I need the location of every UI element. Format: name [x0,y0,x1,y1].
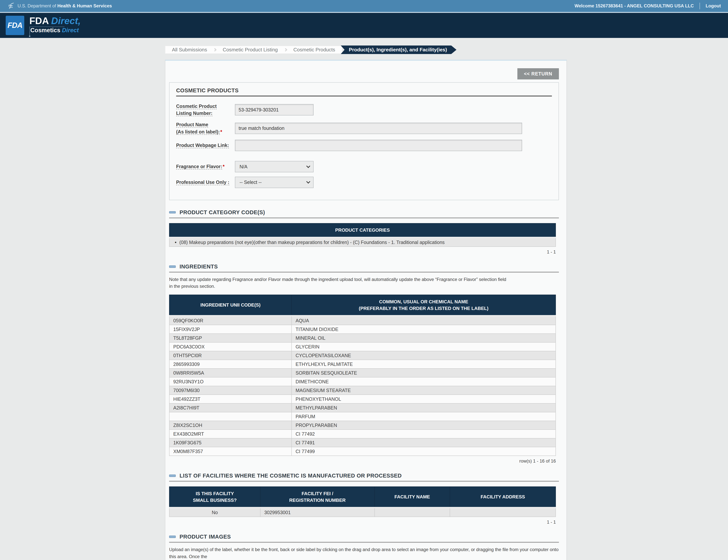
fragrance-select-value: N/A [240,164,248,169]
product-images-note: Upload an image(s) of the label, whether… [169,546,559,560]
brand-connector-line [29,27,64,27]
facility-address-header: FACILITY ADDRESS [450,487,556,508]
unii-code-cell: 0W8RRI5W5A [169,369,292,377]
chemical-name-cell: AQUA [292,316,556,325]
return-button[interactable]: << RETURN [517,68,559,79]
topbar-divider [700,3,700,9]
small-business-cell: No [169,508,260,517]
unii-code-cell: EX438O2MRT [169,430,292,438]
webpage-link-input[interactable] [235,140,522,151]
brand-connector-line [29,27,30,36]
small-business-header: IS THIS FACILITY SMALL BUSINESS? [169,487,260,508]
chemical-name-cell: CYCLOPENTASILOXANE [292,351,556,360]
section-ingredients: INGREDIENTS [169,264,559,273]
chevron-down-icon [306,164,310,168]
product-name-label: Product Name (As listed on label):* [176,121,235,135]
chemical-name-cell: CI 77491 [292,438,556,447]
unii-code-cell: 059QF0KO0R [169,316,292,325]
unii-code-cell: 0THT5PCI0R [169,351,292,360]
app-title: FDA Direct, Cosmetics Direct [29,16,81,35]
ingredient-row: 0W8RRI5W5ASORBITAN SESQUIOLEATE [169,369,556,377]
hhs-eagle-icon [7,2,15,10]
section-facilities: LIST OF FACILITIES WHERE THE COSMETIC IS… [169,473,559,482]
fda-logo: FDA [6,16,24,35]
chevron-down-icon [306,180,310,184]
unii-code-cell: Z8IX2SC1OH [169,421,292,430]
breadcrumb-item[interactable]: Cosmetic Products [288,46,341,53]
fda-direct-title: FDA Direct, [29,16,81,26]
category-row: • (08) Makeup preparations (not eye)(oth… [169,238,556,247]
ingredient-row: A2I8C7HI9TMETHYLPARABEN [169,403,556,412]
ingredient-row: 92RU3N3Y1ODIMETHICONE [169,377,556,386]
cosmetic-products-fieldset: COSMETIC PRODUCTS Cosmetic Product Listi… [169,82,559,200]
chemical-name-cell: TITANIUM DIOXIDE [292,325,556,334]
category-text: (08) Makeup preparations (not eye)(other… [179,240,445,245]
logout-link[interactable]: Logout [706,3,721,9]
ingredient-row: HIE492ZZ3TPHENOXYETHANOL [169,395,556,403]
ingredients-tbody: 059QF0KO0RAQUA15FIX9V2JPTITANIUM DIOXIDE… [169,316,556,456]
collapse-icon[interactable] [169,475,176,477]
listing-number-input[interactable] [235,104,314,115]
chemical-name-cell: SORBITAN SESQUIOLEATE [292,369,556,377]
collapse-icon[interactable] [169,211,176,214]
ingredient-row: 70097M6I30MAGNESIUM STEARATE [169,386,556,395]
chemical-name-cell: CI 77499 [292,447,556,456]
unii-code-cell: PDC6A3C0OX [169,342,292,351]
fragrance-select[interactable]: N/A [235,161,314,172]
section-title-text: INGREDIENTS [180,264,218,270]
unii-code-cell: XM0M87F357 [169,447,292,456]
breadcrumb-current: Product(s), Ingredient(s), and Facility(… [341,45,456,54]
ingredient-row: Z8IX2SC1OHPROPYLPARABEN [169,421,556,430]
welcome-text: Welcome 15267383641 - ANGEL CONSULTING U… [574,3,694,9]
product-name-input[interactable] [235,123,522,134]
professional-use-select[interactable]: -- Select -- [235,177,314,188]
unii-code-cell: 1K09F3G675 [169,438,292,447]
collapse-icon[interactable] [169,536,176,538]
cosmetics-direct-subtitle: Cosmetics Direct [29,27,81,34]
unii-code-cell [169,412,292,421]
categories-pagination: 1 - 1 [169,249,556,255]
breadcrumb-separator-icon [284,48,287,52]
hhs-department: U.S. Department of Health & Human Servic… [7,2,112,10]
unii-code-cell: 92RU3N3Y1O [169,377,292,386]
chemical-name-cell: MAGNESIUM STEARATE [292,386,556,395]
ingredient-row: T5L8T28FGPMINERAL OIL [169,334,556,342]
professional-select-value: -- Select -- [240,180,262,185]
ingredient-row: 1K09F3G675CI 77491 [169,438,556,447]
facilities-table: IS THIS FACILITY SMALL BUSINESS? FACILIT… [169,486,556,517]
section-product-categories: PRODUCT CATEGORY CODE(S) [169,209,559,218]
facility-name-cell [375,508,450,517]
breadcrumb-items: All SubmissionsCosmetic Product ListingC… [165,46,342,54]
ingredients-note: Note that any update regarding Fragrance… [169,276,559,290]
chemical-name-column-header: COMMON, USUAL OR CHEMICAL NAME (PREFERAB… [292,295,556,316]
section-product-images: PRODUCT IMAGES [169,534,559,543]
product-categories-table: PRODUCT CATEGORIES • (08) Makeup prepara… [169,223,556,247]
ingredient-row: PDC6A3C0OXGLYCERIN [169,342,556,351]
required-asterisk: * [220,129,222,134]
unii-code-cell: T5L8T28FGP [169,334,292,342]
chemical-name-cell: DIMETHICONE [292,377,556,386]
page: U.S. Department of Health & Human Servic… [0,0,728,560]
government-topbar: U.S. Department of Health & Human Servic… [0,0,728,13]
breadcrumb-item[interactable]: All Submissions [166,46,213,53]
fragrance-label: Fragrance or Flavor:* [176,163,235,170]
required-asterisk: * [223,164,225,169]
unii-code-cell: A2I8C7HI9T [169,403,292,412]
professional-use-label: Professional Use Only : [176,179,235,186]
section-title-text: PRODUCT CATEGORY CODE(S) [180,209,265,216]
unii-code-cell: 2865993309 [169,360,292,369]
chemical-name-cell: GLYCERIN [292,342,556,351]
breadcrumb-item[interactable]: Cosmetic Product Listing [217,46,283,53]
chemical-name-cell: PROPYLPARABEN [292,421,556,430]
chemical-name-cell: METHYLPARABEN [292,403,556,412]
facility-name-header: FACILITY NAME [375,487,450,508]
collapse-icon[interactable] [169,265,176,268]
breadcrumb-separator-icon [213,48,217,52]
chemical-name-cell: ETHYLHEXYL PALMITATE [292,360,556,369]
webpage-link-label: Product Webpage Link: [176,142,235,149]
chemical-name-cell: PHENOXYETHANOL [292,395,556,403]
chemical-name-cell: CI 77492 [292,430,556,438]
section-title-text: LIST OF FACILITIES WHERE THE COSMETIC IS… [180,473,402,479]
chemical-name-cell: MINERAL OIL [292,334,556,342]
ingredient-row: PARFUM [169,412,556,421]
